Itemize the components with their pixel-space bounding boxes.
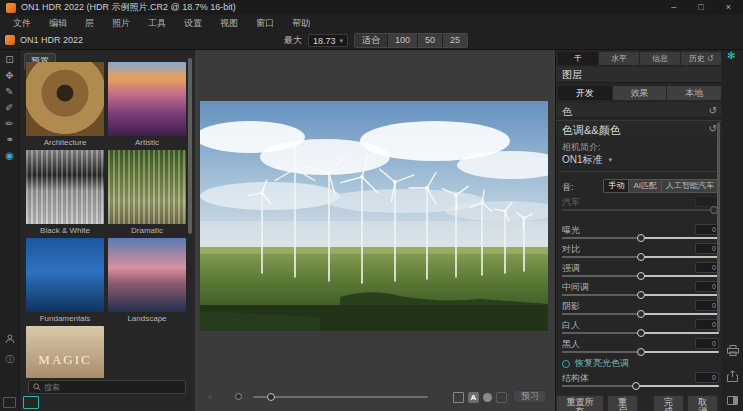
app-logo-icon	[5, 35, 15, 45]
perfect-eraser-tool-icon[interactable]: ✐	[5, 103, 13, 113]
tone-button-人工智能汽车[interactable]: 人工智能汽车	[662, 180, 718, 192]
canvas-zoom-slider[interactable]	[253, 396, 428, 398]
clone-stamp-tool-icon[interactable]: ⚭	[5, 135, 13, 145]
close-button[interactable]: ×	[726, 0, 731, 15]
preset-label: Black & White	[26, 226, 104, 235]
menu-item-工具[interactable]: 工具	[139, 15, 175, 31]
slider-track[interactable]	[562, 332, 719, 334]
slider-handle[interactable]	[637, 234, 645, 242]
slider-handle[interactable]	[637, 253, 645, 261]
slider-label: 强调	[562, 262, 580, 275]
panel-tabs: 干水平信息历史↺	[558, 52, 721, 65]
slider-track[interactable]	[562, 256, 719, 258]
zoom-out-dot-icon	[208, 395, 212, 399]
menu-item-层[interactable]: 层	[76, 15, 103, 31]
clipping-view-icon[interactable]: ▫	[496, 392, 507, 403]
slider-track[interactable]	[562, 237, 719, 239]
adjustment-brush-tool-icon[interactable]: ✎	[5, 87, 13, 97]
account-icon[interactable]	[5, 334, 15, 344]
develop-tab-开发[interactable]: 开发	[558, 86, 612, 100]
zoom-preset-100[interactable]: 100	[388, 34, 417, 47]
edit-mode-icon[interactable]	[23, 396, 39, 409]
retouch-brush-tool-icon[interactable]: ✏	[5, 119, 13, 129]
preview-button[interactable]: 预习	[513, 390, 547, 403]
zoom-max-label: 最大	[284, 34, 302, 47]
slider-handle[interactable]	[637, 291, 645, 299]
slider-handle[interactable]	[637, 310, 645, 318]
slider-track[interactable]	[562, 275, 719, 277]
zoom-preset-50[interactable]: 50	[418, 34, 442, 47]
reset-icon[interactable]: ↺	[709, 123, 717, 134]
panel-tab-水平[interactable]: 水平	[599, 52, 639, 65]
footer-button-重启[interactable]: 重启	[607, 395, 638, 411]
app-title: ON1 HDR 2022	[20, 35, 83, 45]
menu-item-文件[interactable]: 文件	[4, 15, 40, 31]
tool-rail: ⊡✥✎✐✏⚭◉ ⓘ	[0, 50, 20, 411]
menu-item-设置[interactable]: 设置	[175, 15, 211, 31]
info-icon[interactable]: ⓘ	[6, 353, 15, 366]
slider-track[interactable]	[562, 209, 719, 211]
preset-card-fundamentals[interactable]: Fundamentals	[26, 238, 104, 326]
menu-item-照片[interactable]: 照片	[103, 15, 139, 31]
side-panel-icon[interactable]	[727, 396, 738, 405]
zoom-preset-25[interactable]: 25	[443, 34, 467, 47]
tone-color-title: 色调&&颜色	[562, 123, 621, 138]
preset-card-magic[interactable]: MAGIC	[26, 326, 104, 378]
mask-view-icon[interactable]	[483, 393, 492, 402]
slider-track[interactable]	[562, 313, 719, 315]
preset-card-dramatic[interactable]: Dramatic	[108, 150, 186, 238]
reset-icon[interactable]: ↺	[709, 105, 717, 116]
move-tool-icon[interactable]: ✥	[5, 71, 13, 81]
menu-item-窗口[interactable]: 窗口	[247, 15, 283, 31]
print-icon[interactable]	[727, 345, 739, 356]
footer-button-取消[interactable]: 取消	[687, 395, 718, 411]
crop-tool-icon[interactable]: ⊡	[5, 55, 13, 65]
recover-highlights-toggle[interactable]: 恢复亮光色调	[562, 357, 629, 370]
slider-row-对比: 对比0	[556, 243, 723, 262]
preset-scrollbar[interactable]	[188, 58, 192, 234]
recover-highlights-label: 恢复亮光色调	[575, 357, 629, 370]
search-input[interactable]	[44, 383, 181, 392]
color-pane-row[interactable]: 色 ↺	[556, 103, 723, 118]
canvas: A▫ 预习	[195, 50, 555, 411]
develop-tab-效果[interactable]: 效果	[613, 86, 667, 100]
footer-button-完成[interactable]: 完成	[653, 395, 684, 411]
develop-tab-本地[interactable]: 本地	[667, 86, 721, 100]
panel-tab-历史[interactable]: 历史↺	[681, 52, 721, 65]
preset-card-black-white[interactable]: Black & White	[26, 150, 104, 238]
slider-handle[interactable]	[632, 382, 640, 390]
footer-button-重置所有[interactable]: 重置所有	[556, 395, 604, 411]
minimize-button[interactable]: –	[671, 0, 676, 15]
tone-color-pane-header[interactable]: 色调&&颜色 ↺	[556, 120, 723, 137]
slider-row-强调: 强调0	[556, 262, 723, 281]
tone-button-AI匹配[interactable]: AI匹配	[629, 180, 662, 192]
export-icon[interactable]	[727, 370, 738, 382]
menu-item-编辑[interactable]: 编辑	[40, 15, 76, 31]
maximize-button[interactable]: □	[698, 0, 703, 15]
preset-card-landscape[interactable]: Landscape	[108, 238, 186, 326]
original-view-icon[interactable]: A	[468, 392, 479, 403]
layers-header[interactable]: 图层	[556, 67, 723, 83]
slider-track[interactable]	[562, 294, 719, 296]
compare-view-icon[interactable]	[453, 392, 464, 403]
sync-icon[interactable]: ✻	[727, 50, 735, 61]
slider-handle[interactable]	[637, 348, 645, 356]
browse-mode-icon[interactable]	[3, 397, 16, 408]
zoom-value-dropdown[interactable]: 18.73 ▾	[308, 34, 348, 47]
slider-track[interactable]	[562, 351, 719, 353]
menu-item-视图[interactable]: 视图	[211, 15, 247, 31]
fit-button[interactable]: 适合	[355, 34, 387, 47]
camera-profile-dropdown[interactable]: ON1标准 ▾	[562, 153, 612, 167]
tone-button-手动[interactable]: 手动	[604, 180, 629, 192]
panel-scrollbar[interactable]	[717, 122, 720, 332]
preset-card-artistic[interactable]: Artistic	[108, 62, 186, 150]
menu-item-帮助[interactable]: 帮助	[283, 15, 319, 31]
slider-handle[interactable]	[637, 272, 645, 280]
panel-tab-干[interactable]: 干	[558, 52, 598, 65]
slider-handle[interactable]	[637, 329, 645, 337]
view-zoom-tool-icon[interactable]: ◉	[5, 151, 14, 161]
slider-track[interactable]	[562, 385, 719, 387]
canvas-zoom-handle[interactable]	[267, 393, 275, 401]
preset-card-architecture[interactable]: Architecture	[26, 62, 104, 150]
panel-tab-信息[interactable]: 信息	[640, 52, 680, 65]
